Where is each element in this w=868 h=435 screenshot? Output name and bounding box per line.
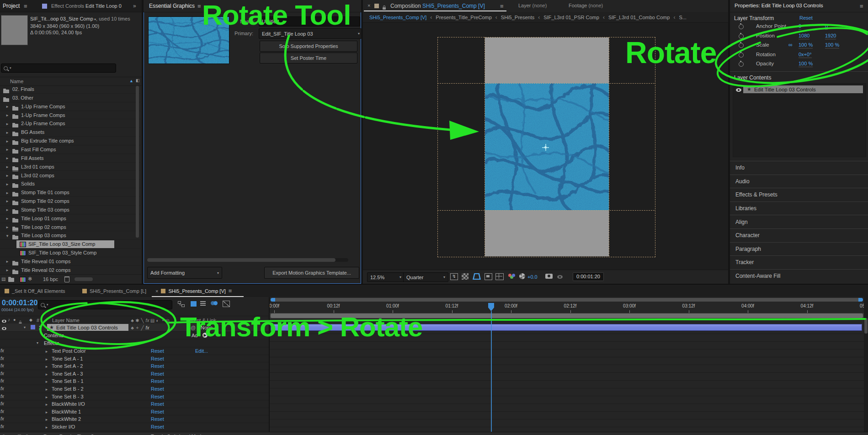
eg-name-input[interactable]: Untitled xyxy=(259,16,360,27)
zoom-dropdown[interactable]: 12.5%▾ xyxy=(367,272,405,282)
work-area-bar[interactable] xyxy=(271,313,863,318)
stacked-panel-content-aware-fill[interactable]: Content-Aware Fill xyxy=(730,269,868,283)
chevron-right-icon[interactable]: ▸ xyxy=(5,225,9,229)
stacked-panel-info[interactable]: Info xyxy=(730,161,868,175)
fx-badge[interactable]: fx xyxy=(0,378,4,383)
new-folder-icon[interactable] xyxy=(8,278,14,282)
exposure-value[interactable]: +0.0 xyxy=(527,274,538,280)
chevron-right-icon[interactable]: ▸ xyxy=(5,156,9,160)
tree-item[interactable]: ▸Fast Fill Comps xyxy=(0,145,141,154)
transparency-grid-icon[interactable] xyxy=(462,273,469,280)
close-icon[interactable]: × xyxy=(155,288,158,294)
visibility-eye-icon[interactable] xyxy=(736,87,741,93)
effect-name[interactable]: Tone Set A - 2 xyxy=(52,363,83,369)
tree-item[interactable]: ▸Stomp Title 02 comps xyxy=(0,197,141,206)
project-item-name[interactable]: SIF_Tit...oop 03_Size Comp xyxy=(30,16,93,21)
effect-name[interactable]: Tone Set B - 3 xyxy=(52,394,84,399)
eg-primary-dropdown[interactable]: Edit_SIF_Title Loop 03 ▾ xyxy=(259,28,361,39)
transform-reset-button[interactable]: Reset xyxy=(799,15,813,21)
tree-item[interactable]: ▸Stomp Title 03 comps xyxy=(0,206,141,214)
stacked-panel-align[interactable]: Align xyxy=(730,215,868,228)
tab-properties[interactable]: Properties: Edit Title Loop 03 Controls xyxy=(735,3,823,8)
tree-item[interactable]: ▸1-Up Frame Comps xyxy=(0,102,141,111)
effect-reset-button[interactable]: Reset xyxy=(151,371,164,377)
motion-blur-icon[interactable] xyxy=(211,301,218,306)
effect-reset-button[interactable]: Reset xyxy=(151,401,164,407)
stacked-panel-paragraph[interactable]: Paragraph xyxy=(730,242,868,256)
tree-item[interactable]: ▸1-Up Frame Comps xyxy=(0,111,141,120)
layer-eye-icon[interactable] xyxy=(1,326,7,331)
column-layer-name[interactable]: Layer Name xyxy=(52,318,80,323)
fx-badge[interactable]: fx xyxy=(0,424,4,429)
effect-name[interactable]: BlackWhite 2 xyxy=(52,416,81,422)
breadcrumb-item[interactable]: SIF_L3rd 01_Combo Comp xyxy=(608,15,670,20)
effect-reset-button[interactable]: Reset xyxy=(151,378,164,384)
effect-name[interactable]: Tone Set B - 1 xyxy=(52,378,84,384)
effect-name[interactable]: Tone Set B - 2 xyxy=(52,386,84,392)
breadcrumb-item[interactable]: SIF_L3rd 01_PSR Comp xyxy=(543,15,599,20)
tab-effect-controls[interactable]: Effect Controls Edit Title Loop 0 xyxy=(51,3,122,9)
tree-item[interactable]: ▸L3rd 01 comps xyxy=(0,163,141,171)
timeline-search-input[interactable]: ▾ xyxy=(38,300,172,309)
chevron-right-icon[interactable]: ▸ xyxy=(5,216,9,221)
stacked-panel-tracker[interactable]: Tracker xyxy=(730,255,868,269)
effect-row[interactable]: fx▸BlackWhite 1Reset xyxy=(0,408,269,416)
chevron-right-icon[interactable]: ▸ xyxy=(5,104,9,109)
solo-supported-properties-button[interactable]: Solo Supported Properties xyxy=(260,41,357,52)
chevron-right-icon[interactable]: ▸ xyxy=(45,349,48,354)
project-search-input[interactable]: ▾ xyxy=(1,64,116,73)
chevron-right-icon[interactable]: ▸ xyxy=(45,402,48,407)
tab-footage[interactable]: Footage (none) xyxy=(569,3,603,8)
effect-row[interactable]: fx▸Tone Set A - 2Reset xyxy=(0,362,269,370)
chevron-right-icon[interactable]: ▸ xyxy=(45,410,48,414)
effect-name[interactable]: Tone Set A - 1 xyxy=(52,356,83,361)
project-tree-scrollbar[interactable] xyxy=(136,86,139,238)
layer-name-selected[interactable]: ★ Edit Title Loop 03 Controls xyxy=(47,324,128,331)
tree-item[interactable]: ▸Title Loop 02 comps xyxy=(0,223,141,232)
tree-item[interactable]: 03. Other xyxy=(0,94,141,102)
layers-stack-icon[interactable] xyxy=(200,301,206,306)
fx-badge[interactable]: fx xyxy=(0,371,4,376)
column-parent-link[interactable]: Parent & Link xyxy=(186,318,216,323)
project-panel-menu-icon[interactable]: ≡ xyxy=(24,3,27,10)
playhead-line[interactable] xyxy=(491,311,492,435)
fx-badge[interactable]: fx xyxy=(0,348,4,353)
column-name[interactable]: Name xyxy=(10,79,23,84)
tree-item[interactable]: ▸Title Reveal 02 comps xyxy=(0,266,141,275)
timeline-tab[interactable]: ×SHi5_Presents_Comp [V]≡ xyxy=(155,285,232,297)
timeline-tab[interactable]: SHi5_Presents_Comp [L] xyxy=(82,285,146,297)
effect-row[interactable]: fx▸Sticker I/OReset xyxy=(0,423,269,431)
tree-item[interactable]: ▸Title Reveal 01 comps xyxy=(0,257,141,266)
contents-row[interactable]: Contents Ad ▶ xyxy=(0,331,269,340)
breadcrumb-item[interactable]: SHi5_Presents xyxy=(501,15,534,20)
stopwatch-icon[interactable] xyxy=(739,34,744,39)
property-value[interactable]: 1080 xyxy=(799,33,809,39)
tab-overflow-icon[interactable]: » xyxy=(133,3,136,9)
tree-item[interactable]: ▸Big Extrude Title comps xyxy=(0,137,141,145)
effect-row[interactable]: fx▸Text Post ColorResetEdit... xyxy=(0,347,269,355)
twirl-icon[interactable]: ▾ xyxy=(37,341,38,345)
property-value[interactable]: 100 % xyxy=(799,61,813,67)
tree-item[interactable]: ▸2-Up Frame Comps xyxy=(0,119,141,128)
link-icon[interactable]: ∞ xyxy=(788,42,793,48)
chevron-right-icon[interactable]: ▸ xyxy=(5,130,9,135)
timeline-tab[interactable]: _Set It Off_All Elements xyxy=(5,285,65,297)
effect-row[interactable]: fx▸Tone Set A - 1Reset xyxy=(0,355,269,363)
tree-item[interactable]: ▸Stomp Title 01 comps xyxy=(0,188,141,197)
chevron-right-icon[interactable]: ▸ xyxy=(5,113,9,117)
graph-editor-icon[interactable] xyxy=(223,301,230,307)
comp-panel-menu-icon[interactable]: ≡ xyxy=(500,3,504,10)
tree-item[interactable]: ▾Title Loop 03 comps xyxy=(0,231,141,240)
stopwatch-icon[interactable] xyxy=(739,43,744,48)
effect-reset-button[interactable]: Reset xyxy=(151,424,164,430)
chevron-right-icon[interactable]: ▸ xyxy=(5,122,9,126)
fx-badge[interactable]: fx xyxy=(0,401,4,406)
chevron-right-icon[interactable]: ▸ xyxy=(45,425,48,430)
tab-layer[interactable]: Layer (none) xyxy=(518,3,547,8)
region-of-interest-icon[interactable] xyxy=(473,273,481,280)
chevron-right-icon[interactable]: ▸ xyxy=(5,173,9,178)
fx-badge[interactable]: fx xyxy=(0,356,4,361)
divider[interactable] xyxy=(142,0,144,284)
property-value[interactable]: 0 xyxy=(825,23,828,30)
resolution-dropdown[interactable]: Quarter▾ xyxy=(403,272,448,282)
